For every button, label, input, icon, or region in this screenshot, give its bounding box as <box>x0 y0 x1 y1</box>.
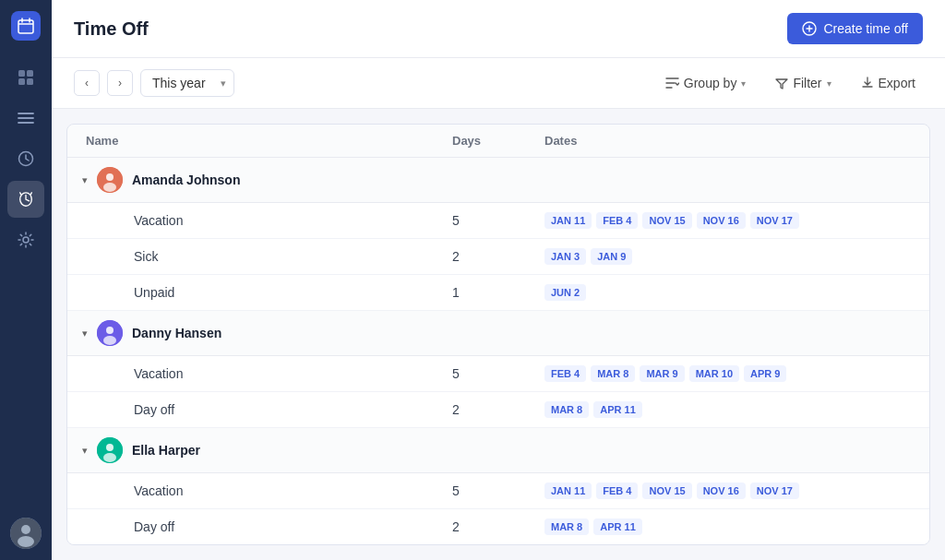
svg-point-13 <box>103 183 116 192</box>
svg-rect-2 <box>27 70 33 77</box>
group-row: ▾ Danny Hansen <box>67 311 929 356</box>
sidebar-user-area <box>10 518 42 549</box>
row-dates: JAN 3JAN 9 <box>544 248 911 265</box>
date-badge: NOV 15 <box>642 212 691 229</box>
sidebar <box>0 0 52 560</box>
filter-chevron: ▾ <box>827 78 831 89</box>
col-header-days: Days <box>452 134 544 148</box>
table-row[interactable]: Unpaid 1 JUN 2 <box>67 275 929 311</box>
date-badge: APR 9 <box>744 365 786 382</box>
date-badge: FEB 4 <box>596 212 638 229</box>
svg-point-8 <box>21 525 30 534</box>
toolbar-left: ‹ › This year Last year Next year <box>74 69 234 97</box>
svg-rect-4 <box>27 78 33 85</box>
row-dates: FEB 4MAR 8MAR 9MAR 10APR 9 <box>544 365 911 382</box>
date-badge: MAR 8 <box>544 401 589 418</box>
person-avatar <box>97 167 123 193</box>
svg-point-18 <box>106 444 114 451</box>
sidebar-item-list[interactable] <box>7 100 44 137</box>
date-badge: JUN 2 <box>544 284 586 301</box>
row-days: 2 <box>452 519 544 534</box>
row-days: 2 <box>452 402 544 417</box>
row-dates: MAR 8APR 11 <box>544 401 911 418</box>
date-badge: APR 11 <box>593 401 642 418</box>
table-row[interactable]: Sick 2 JAN 3JAN 9 <box>67 239 929 275</box>
group-by-chevron: ▾ <box>741 78 746 89</box>
sidebar-item-clock[interactable] <box>7 140 44 177</box>
table-area: Name Days Dates ▾ Amanda Johnson Vacatio… <box>66 124 930 545</box>
row-days: 5 <box>452 483 544 498</box>
row-days: 1 <box>452 285 544 300</box>
sidebar-item-dashboard[interactable] <box>7 59 44 96</box>
page-title: Time Off <box>74 18 149 40</box>
next-button[interactable]: › <box>107 70 133 96</box>
person-avatar <box>97 437 123 463</box>
table-row[interactable]: Day off 2 MAR 8APR 11 <box>67 392 929 428</box>
prev-button[interactable]: ‹ <box>74 70 100 96</box>
svg-rect-0 <box>18 20 33 33</box>
svg-rect-3 <box>18 78 25 85</box>
table-header: Name Days Dates <box>67 125 929 158</box>
row-name: Day off <box>86 519 452 534</box>
date-badge: FEB 4 <box>596 483 638 499</box>
row-name: Vacation <box>86 366 452 381</box>
date-badge: JAN 11 <box>544 483 592 499</box>
svg-point-15 <box>106 327 114 334</box>
svg-point-19 <box>103 453 116 462</box>
row-name: Vacation <box>86 483 452 498</box>
svg-point-16 <box>103 336 116 345</box>
date-badge: MAR 8 <box>591 365 635 382</box>
create-timeoff-button[interactable]: Create time off <box>787 13 923 44</box>
col-header-dates: Dates <box>544 134 911 148</box>
row-days: 5 <box>452 366 544 381</box>
app-logo <box>11 11 41 41</box>
sidebar-item-settings[interactable] <box>7 221 44 258</box>
svg-point-9 <box>18 536 34 547</box>
svg-rect-1 <box>18 70 25 77</box>
sidebar-item-timeoff[interactable] <box>7 181 44 218</box>
year-selector[interactable]: This year Last year Next year <box>140 69 234 97</box>
date-badge: JAN 9 <box>591 248 632 265</box>
year-selector-wrapper: This year Last year Next year <box>140 69 234 97</box>
group-row: ▾ Amanda Johnson <box>67 158 929 203</box>
table-row[interactable]: Vacation 5 JAN 11FEB 4NOV 15NOV 16NOV 17 <box>67 473 929 509</box>
col-header-name: Name <box>86 134 452 148</box>
svg-point-12 <box>106 173 114 181</box>
row-name: Unpaid <box>86 285 452 300</box>
date-badge: NOV 17 <box>750 483 799 499</box>
date-badge: MAR 8 <box>544 518 589 535</box>
date-badge: FEB 4 <box>544 365 586 382</box>
date-badge: NOV 16 <box>697 212 746 229</box>
row-name: Day off <box>86 402 452 417</box>
row-days: 2 <box>452 249 544 264</box>
date-badge: NOV 16 <box>697 483 746 499</box>
group-name: Amanda Johnson <box>132 173 240 187</box>
table-row[interactable]: Day off 2 MAR 8APR 11 <box>67 509 929 545</box>
export-action[interactable]: Export <box>854 71 923 95</box>
date-badge: NOV 17 <box>750 212 799 229</box>
table-row[interactable]: Vacation 5 FEB 4MAR 8MAR 9MAR 10APR 9 <box>67 356 929 392</box>
row-name: Vacation <box>86 213 452 228</box>
svg-point-6 <box>23 237 29 243</box>
toolbar: ‹ › This year Last year Next year Group … <box>52 58 945 109</box>
row-dates: JAN 11FEB 4NOV 15NOV 16NOV 17 <box>544 212 911 229</box>
group-chevron[interactable]: ▾ <box>82 174 88 186</box>
date-badge: MAR 9 <box>640 365 684 382</box>
group-name: Ella Harper <box>132 443 200 458</box>
filter-action[interactable]: Filter ▾ <box>768 71 838 95</box>
group-chevron[interactable]: ▾ <box>82 328 88 340</box>
user-avatar[interactable] <box>10 518 42 549</box>
group-row: ▾ Ella Harper <box>67 428 929 473</box>
date-badge: NOV 15 <box>642 483 691 499</box>
group-chevron[interactable]: ▾ <box>82 445 88 457</box>
row-name: Sick <box>86 249 452 264</box>
row-dates: MAR 8APR 11 <box>544 518 911 535</box>
page-header: Time Off Create time off <box>52 0 945 58</box>
group-by-action[interactable]: Group by ▾ <box>658 71 754 95</box>
date-badge: JAN 3 <box>544 248 586 265</box>
date-badge: MAR 10 <box>689 365 739 382</box>
row-dates: JUN 2 <box>544 284 911 301</box>
table-row[interactable]: Vacation 5 JAN 11FEB 4NOV 15NOV 16NOV 17 <box>67 203 929 239</box>
row-days: 5 <box>452 213 544 228</box>
group-name: Danny Hansen <box>132 326 221 340</box>
